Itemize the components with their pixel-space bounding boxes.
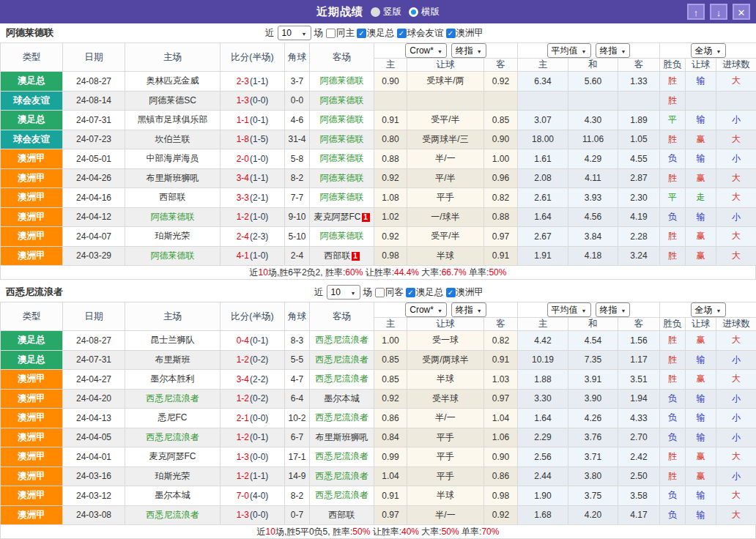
result-wdl-cell: 胜 (660, 91, 686, 111)
self-team-name: 阿德莱德联 (320, 153, 364, 163)
col-header-ah-home: 主 (374, 318, 407, 331)
league-checkbox-label: 澳足总 (416, 286, 444, 299)
result-wdl-cell: 胜 (660, 447, 686, 467)
home-team-cell: 中部海岸海员 (125, 149, 220, 169)
ah-home-odds-cell: 1.00 (374, 331, 407, 351)
vertical-layout-label: 竖版 (383, 6, 401, 18)
result-handicap-cell: 输 (686, 505, 716, 525)
result-wdl-cell: 胜 (660, 72, 686, 92)
corner-cell: 14-9 (285, 466, 310, 486)
opponent-team-name: 墨尔本胜利 (151, 373, 195, 384)
near-count-select[interactable]: 10 (278, 26, 311, 40)
score-cell: 1-3(0-0) (220, 505, 285, 525)
horizontal-layout-radio[interactable]: 横版 (409, 6, 440, 18)
league-checkbox[interactable]: 澳洲甲 (446, 286, 484, 299)
window-title: 近期战绩 (316, 5, 363, 19)
full-score: 0-4 (237, 335, 249, 346)
result-wdl-cell: 平 (660, 111, 686, 130)
ah-odds-provider-select[interactable]: Crow* (405, 43, 447, 58)
result-goals-cell: 大 (716, 246, 756, 266)
ah-line-cell: 半/一 (407, 149, 484, 169)
eu-odds-stage-select[interactable]: 终指 (596, 302, 631, 317)
eu-home-odds-cell: 1.88 (518, 370, 568, 390)
ah-home-odds-cell: 0.85 (374, 370, 407, 390)
col-header-corner: 角球 (285, 43, 310, 72)
same-venue-checkbox[interactable]: 同主 (326, 27, 355, 40)
eu-home-odds-cell: 10.19 (518, 350, 568, 370)
col-header-type: 类型 (1, 43, 63, 72)
eu-home-odds-cell: 1.68 (518, 505, 568, 525)
checkbox-unchecked-icon (326, 29, 336, 38)
chevron-down-icon (437, 45, 442, 56)
league-checkbox[interactable]: 澳足总 (406, 286, 444, 299)
col-header-away: 客场 (310, 43, 374, 72)
section-header-home-team: 阿德莱德联 近10场同主澳足总球会友谊澳洲甲 (0, 23, 756, 42)
ah-away-odds-cell: 0.85 (484, 111, 518, 130)
score-cell: 1-2(0-2) (220, 389, 285, 409)
eu-odds-group-header: 平均值 终指 (518, 43, 660, 59)
result-handicap-cell (686, 91, 716, 111)
same-venue-checkbox-label: 同客 (385, 286, 404, 299)
self-team-name: 阿德莱德联 (320, 231, 364, 241)
eu-home-odds-cell: 3.07 (518, 111, 568, 130)
ah-odds-stage-select[interactable]: 终指 (451, 43, 486, 58)
away-team-cell: 西悉尼流浪者 (310, 370, 374, 390)
eu-away-odds-cell: 3.24 (618, 246, 660, 266)
ah-line-cell: 平手 (407, 447, 484, 467)
away-team-cell: 西悉尼流浪者 (310, 331, 374, 351)
eu-home-odds-cell: 2.08 (518, 168, 568, 188)
checkbox-checked-icon (446, 288, 456, 297)
date-cell: 24-08-14 (63, 91, 125, 111)
result-goals-cell: 大 (716, 505, 756, 525)
opponent-team-name: 西部联 (325, 250, 351, 261)
chevron-down-icon (351, 287, 356, 297)
result-wdl-cell: 胜 (660, 168, 686, 188)
eu-odds-stage-select[interactable]: 终指 (596, 43, 631, 58)
full-score: 3-4 (237, 374, 249, 384)
eu-odds-provider-select[interactable]: 平均值 (547, 302, 591, 317)
summary-segment: 50% (352, 527, 370, 537)
league-checkbox[interactable]: 球会友谊 (397, 27, 444, 40)
corner-cell: 7-7 (285, 188, 310, 208)
eu-draw-odds-cell: 7.35 (568, 350, 618, 370)
result-scope-select[interactable]: 全场 (691, 302, 726, 317)
league-checkbox[interactable]: 澳足总 (357, 27, 395, 40)
date-cell: 24-04-27 (63, 370, 125, 390)
date-cell: 24-08-27 (63, 72, 125, 92)
opponent-team-name: 奥林匹克金威 (147, 75, 199, 86)
ah-odds-stage-select[interactable]: 终指 (451, 302, 486, 317)
date-cell: 24-04-26 (63, 168, 125, 188)
score-cell: 4-1(1-0) (220, 246, 285, 266)
match-row: 澳洲甲24-03-16珀斯光荣1-2(1-1)14-9西悉尼流浪者1.04平手0… (1, 466, 756, 486)
league-checkbox[interactable]: 澳洲甲 (446, 27, 484, 40)
ah-home-odds-cell: 0.90 (374, 72, 407, 92)
eu-odds-provider-select[interactable]: 平均值 (547, 43, 591, 58)
summary-segment: 让胜率: (370, 527, 401, 537)
ah-odds-provider-select[interactable]: Crow* (405, 302, 447, 317)
away-team-cell: 阿德莱德联 (310, 168, 374, 188)
vertical-layout-radio[interactable]: 竖版 (371, 6, 401, 18)
summary-segment: 10 (266, 527, 275, 537)
ah-away-odds-cell: 0.91 (484, 350, 518, 370)
move-down-button[interactable] (710, 4, 727, 20)
move-up-button[interactable] (687, 4, 705, 20)
half-score: (0-1) (250, 432, 268, 442)
home-team-cell: 阿德莱德联 (125, 246, 220, 266)
ah-line-cell: 一/球半 (407, 207, 484, 227)
self-team-name: 西悉尼流浪者 (316, 471, 368, 481)
col-header-ah-home: 主 (374, 59, 407, 72)
same-venue-checkbox[interactable]: 同客 (375, 286, 404, 299)
ah-line-cell: 受一球 (407, 331, 484, 351)
away-team-cell: 阿德莱德联 (310, 149, 374, 169)
half-score: (1-0) (250, 154, 268, 164)
result-wdl-cell: 胜 (660, 246, 686, 266)
eu-draw-odds-cell (568, 91, 618, 111)
near-label: 近 (264, 27, 275, 40)
chevron-down-icon (437, 305, 442, 315)
result-scope-select[interactable]: 全场 (691, 43, 726, 58)
opponent-team-name: 昆士兰狮队 (151, 335, 195, 345)
self-team-name: 西悉尼流浪者 (316, 354, 368, 365)
close-button[interactable] (733, 4, 750, 20)
type-cell: 澳洲甲 (1, 207, 63, 227)
near-count-select[interactable]: 10 (327, 285, 360, 300)
